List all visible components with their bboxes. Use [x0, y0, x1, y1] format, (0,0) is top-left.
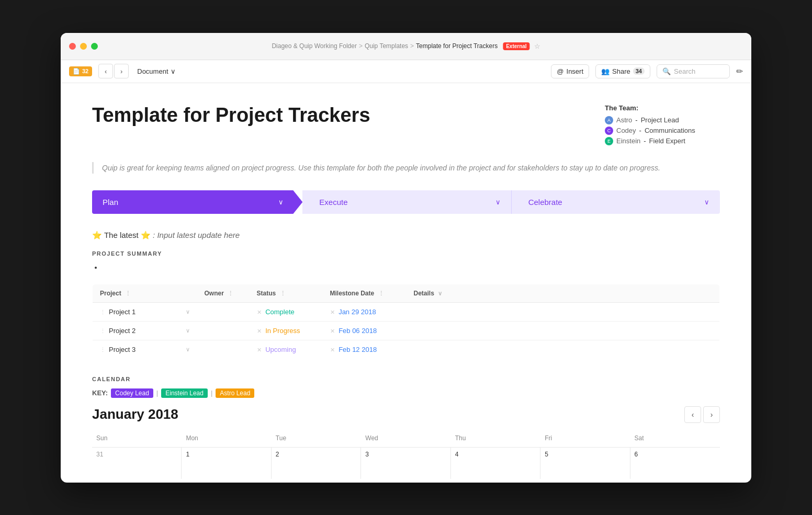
status-x-icon-3: ✕: [257, 347, 262, 353]
key-einstein: Einstein Lead: [161, 388, 208, 398]
document-dropdown[interactable]: Document ∨: [133, 65, 179, 77]
breadcrumb: Diageo & Quip Working Folder > Quip Temp…: [272, 42, 540, 50]
status-value-1: Complete: [265, 308, 295, 316]
th-details: Details ∨: [407, 284, 720, 302]
breadcrumb-folder[interactable]: Diageo & Quip Working Folder: [272, 42, 357, 50]
star-icon[interactable]: ☆: [534, 42, 540, 50]
team-box: The Team: A Astro - Project Lead C Codey…: [605, 104, 720, 147]
doc-badge[interactable]: 📄 32: [69, 66, 92, 76]
member-sep-3: -: [644, 137, 646, 145]
close-button[interactable]: [69, 43, 76, 50]
phase-tabs: Plan ∨ Execute ∨ Celebrate ∨: [92, 190, 720, 214]
member-role-einstein: Field Expert: [649, 137, 685, 145]
status-x-icon-2: ✕: [257, 328, 262, 334]
date-value-1: Jan 29 2018: [339, 308, 376, 316]
cell-project-3: ⋮Project 3 ∨: [93, 340, 197, 359]
calendar-month: January 2018: [92, 406, 178, 422]
cal-date-4: 4: [455, 451, 536, 458]
table-row: ⋮Project 1 ∨ ✕ Complete ✕ Jan 29 2018: [93, 302, 720, 321]
quote-block: Quip is great for keeping teams aligned …: [92, 162, 720, 174]
team-heading: The Team:: [605, 104, 720, 112]
team-member-einstein: E Einstein - Field Expert: [605, 137, 720, 145]
edit-icon[interactable]: ✏: [736, 66, 743, 76]
member-role-astro: Project Lead: [641, 116, 679, 124]
toolbar-right: @ Insert 👥 Share 34 🔍 Search ✏: [551, 64, 743, 78]
calendar-prev-button[interactable]: ‹: [684, 406, 701, 423]
team-member-astro: A Astro - Project Lead: [605, 116, 720, 124]
calendar-next-button[interactable]: ›: [703, 406, 720, 423]
day-sun: Sun: [92, 431, 182, 445]
tab-execute-arrow: ∨: [495, 198, 501, 206]
calendar-week-1: 31 1 2 3 4 5: [92, 447, 720, 479]
cal-date-2: 2: [276, 451, 356, 458]
row-handle-icon-3: ⋮: [100, 347, 106, 353]
day-mon: Mon: [182, 431, 271, 445]
cell-owner-3: [197, 340, 250, 359]
th-status: Status ⋮: [250, 284, 323, 302]
tab-execute-label: Execute: [319, 198, 347, 207]
cal-cell-6: 6: [630, 448, 720, 479]
cal-date-1: 1: [186, 451, 266, 458]
table-row: ⋮Project 3 ∨ ✕ Upcoming ✕ Feb 12 2018: [93, 340, 720, 359]
cal-date-5: 5: [545, 451, 625, 458]
date-value-3: Feb 12 2018: [339, 346, 377, 353]
date-x-icon-3: ✕: [330, 347, 335, 353]
section-calendar: CALENDAR: [92, 376, 720, 382]
cell-project-1: ⋮Project 1 ∨: [93, 302, 197, 321]
cal-cell-1: 1: [182, 448, 271, 479]
calendar-nav: ‹ ›: [684, 406, 720, 423]
latest-text: : Input latest update here: [153, 231, 240, 239]
cell-milestone-2: ✕ Feb 06 2018: [323, 321, 407, 340]
row-handle-icon-2: ⋮: [100, 328, 106, 334]
member-name-einstein: Einstein: [616, 137, 640, 145]
key-astro: Astro Lead: [216, 388, 254, 398]
cell-project-2: ⋮Project 2 ∨: [93, 321, 197, 340]
minimize-button[interactable]: [80, 43, 87, 50]
tab-celebrate-arrow: ∨: [704, 198, 709, 206]
forward-button[interactable]: ›: [114, 64, 129, 78]
th-project: Project ⋮: [93, 284, 197, 302]
share-button[interactable]: 👥 Share 34: [595, 64, 650, 78]
share-label: Share: [612, 67, 630, 75]
tab-celebrate[interactable]: Celebrate ∨: [511, 190, 720, 214]
tab-execute[interactable]: Execute ∨: [302, 190, 511, 214]
calendar-section: CALENDAR KEY: Codey Lead | Einstein Lead…: [92, 376, 720, 479]
cell-status-1: ✕ Complete: [250, 302, 323, 321]
insert-button[interactable]: @ Insert: [551, 64, 589, 78]
date-value-2: Feb 06 2018: [339, 327, 377, 335]
breadcrumb-sep-1: >: [359, 42, 363, 50]
date-x-icon-2: ✕: [330, 328, 335, 334]
doc-icon: 📄: [73, 68, 80, 75]
maximize-button[interactable]: [91, 43, 98, 50]
expand-icon-3[interactable]: ∨: [186, 346, 190, 353]
expand-icon[interactable]: ∨: [186, 308, 190, 315]
breadcrumb-section[interactable]: Quip Templates: [365, 42, 408, 50]
tab-plan[interactable]: Plan ∨: [92, 190, 302, 214]
day-fri: Fri: [540, 431, 630, 445]
th-milestone: Milestone Date ⋮: [323, 284, 407, 302]
share-people-icon: 👥: [601, 67, 610, 75]
share-count: 34: [633, 67, 645, 75]
th-owner: Owner ⋮: [197, 284, 250, 302]
search-icon: 🔍: [662, 67, 671, 75]
cell-owner-1: [197, 302, 250, 321]
tab-celebrate-label: Celebrate: [528, 198, 562, 207]
latest-update: ⭐ The latest ⭐ : Input latest update her…: [92, 231, 720, 240]
cell-milestone-3: ✕ Feb 12 2018: [323, 340, 407, 359]
toolbar: 📄 32 ‹ › Document ∨ @ Insert 👥 Share 34 …: [61, 60, 751, 83]
team-member-codey: C Codey - Communications: [605, 127, 720, 135]
expand-icon-2[interactable]: ∨: [186, 327, 190, 334]
cal-date-6: 6: [635, 451, 716, 458]
status-value-3: Upcoming: [265, 346, 296, 353]
calendar-grid: Sun Mon Tue Wed Thu Fri Sat 31 1: [92, 431, 720, 479]
key-label: KEY:: [92, 389, 108, 397]
back-button[interactable]: ‹: [98, 64, 113, 78]
member-name-codey: Codey: [616, 127, 636, 134]
header-row: Template for Project Trackers The Team: …: [92, 104, 720, 147]
avatar-codey: C: [605, 127, 613, 135]
key-codey: Codey Lead: [111, 388, 153, 398]
search-box[interactable]: 🔍 Search: [657, 64, 730, 78]
section-project-summary: PROJECT SUMMARY: [92, 250, 720, 257]
member-role-codey: Communications: [645, 127, 695, 134]
toolbar-nav: ‹ ›: [98, 64, 129, 78]
